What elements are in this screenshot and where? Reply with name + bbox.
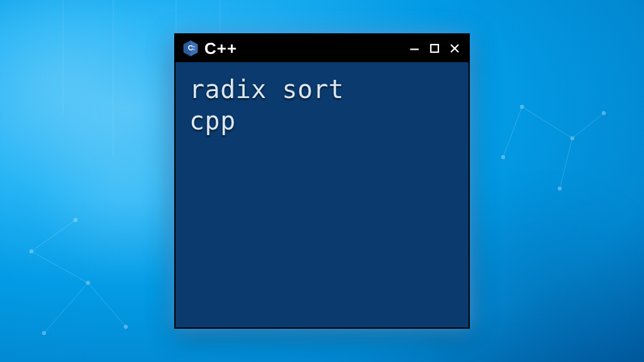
window-controls bbox=[407, 41, 462, 56]
svg-point-9 bbox=[86, 281, 90, 285]
close-button[interactable] bbox=[447, 41, 462, 56]
svg-line-7 bbox=[503, 107, 522, 157]
svg-line-3 bbox=[31, 220, 75, 251]
svg-rect-28 bbox=[431, 45, 438, 52]
titlebar[interactable]: C + + C++ bbox=[175, 35, 469, 62]
svg-text:+: + bbox=[193, 48, 195, 51]
svg-point-17 bbox=[501, 155, 505, 159]
minimize-button[interactable] bbox=[407, 41, 422, 56]
svg-line-2 bbox=[44, 283, 88, 333]
svg-point-15 bbox=[602, 111, 606, 115]
svg-line-1 bbox=[88, 283, 126, 327]
svg-text:C: C bbox=[188, 43, 194, 52]
cpp-logo-icon: C + + bbox=[182, 40, 199, 57]
svg-point-11 bbox=[42, 331, 46, 335]
svg-line-0 bbox=[31, 251, 88, 283]
svg-point-12 bbox=[74, 218, 77, 222]
maximize-button[interactable] bbox=[427, 41, 442, 56]
svg-line-4 bbox=[522, 107, 572, 138]
content-line-1: radix sort bbox=[189, 75, 344, 104]
svg-line-5 bbox=[572, 113, 604, 138]
svg-point-8 bbox=[30, 250, 33, 253]
terminal-window: C + + C++ radix sort cpp bbox=[174, 33, 470, 329]
content-line-2: cpp bbox=[189, 106, 236, 135]
svg-point-13 bbox=[520, 105, 524, 109]
window-title: C++ bbox=[204, 39, 402, 58]
svg-point-10 bbox=[124, 325, 128, 329]
terminal-content[interactable]: radix sort cpp bbox=[175, 62, 469, 327]
svg-line-6 bbox=[560, 138, 572, 189]
svg-point-14 bbox=[570, 136, 574, 140]
svg-point-16 bbox=[558, 187, 562, 190]
